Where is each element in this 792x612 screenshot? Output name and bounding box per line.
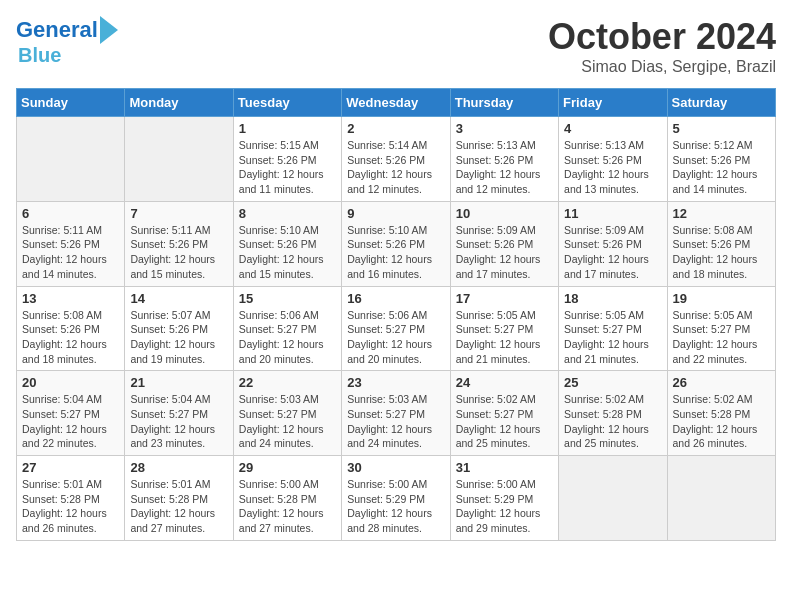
day-number: 6 — [22, 206, 119, 221]
day-number: 5 — [673, 121, 770, 136]
weekday-header-sunday: Sunday — [17, 89, 125, 117]
day-info: Sunrise: 5:07 AMSunset: 5:26 PMDaylight:… — [130, 308, 227, 367]
day-info: Sunrise: 5:08 AMSunset: 5:26 PMDaylight:… — [673, 223, 770, 282]
weekday-header-monday: Monday — [125, 89, 233, 117]
day-number: 7 — [130, 206, 227, 221]
calendar-cell: 21Sunrise: 5:04 AMSunset: 5:27 PMDayligh… — [125, 371, 233, 456]
title-block: October 2024 Simao Dias, Sergipe, Brazil — [548, 16, 776, 76]
logo: General Blue — [16, 16, 118, 66]
calendar-header-row: SundayMondayTuesdayWednesdayThursdayFrid… — [17, 89, 776, 117]
page-header: General Blue October 2024 Simao Dias, Se… — [16, 16, 776, 76]
day-number: 23 — [347, 375, 444, 390]
day-number: 1 — [239, 121, 336, 136]
logo-text-blue: Blue — [18, 44, 61, 66]
day-number: 31 — [456, 460, 553, 475]
day-number: 9 — [347, 206, 444, 221]
calendar-cell: 24Sunrise: 5:02 AMSunset: 5:27 PMDayligh… — [450, 371, 558, 456]
calendar-cell: 5Sunrise: 5:12 AMSunset: 5:26 PMDaylight… — [667, 117, 775, 202]
calendar-cell: 28Sunrise: 5:01 AMSunset: 5:28 PMDayligh… — [125, 456, 233, 541]
calendar-cell: 14Sunrise: 5:07 AMSunset: 5:26 PMDayligh… — [125, 286, 233, 371]
page-title: October 2024 — [548, 16, 776, 58]
calendar-week-row: 27Sunrise: 5:01 AMSunset: 5:28 PMDayligh… — [17, 456, 776, 541]
calendar-cell: 22Sunrise: 5:03 AMSunset: 5:27 PMDayligh… — [233, 371, 341, 456]
day-info: Sunrise: 5:09 AMSunset: 5:26 PMDaylight:… — [456, 223, 553, 282]
day-number: 26 — [673, 375, 770, 390]
day-info: Sunrise: 5:11 AMSunset: 5:26 PMDaylight:… — [22, 223, 119, 282]
calendar-cell: 4Sunrise: 5:13 AMSunset: 5:26 PMDaylight… — [559, 117, 667, 202]
calendar-cell — [125, 117, 233, 202]
calendar-cell: 1Sunrise: 5:15 AMSunset: 5:26 PMDaylight… — [233, 117, 341, 202]
calendar-cell: 16Sunrise: 5:06 AMSunset: 5:27 PMDayligh… — [342, 286, 450, 371]
day-number: 8 — [239, 206, 336, 221]
day-number: 27 — [22, 460, 119, 475]
calendar-cell: 9Sunrise: 5:10 AMSunset: 5:26 PMDaylight… — [342, 201, 450, 286]
weekday-header-tuesday: Tuesday — [233, 89, 341, 117]
day-info: Sunrise: 5:05 AMSunset: 5:27 PMDaylight:… — [564, 308, 661, 367]
calendar-table: SundayMondayTuesdayWednesdayThursdayFrid… — [16, 88, 776, 541]
day-number: 25 — [564, 375, 661, 390]
calendar-cell — [559, 456, 667, 541]
day-number: 10 — [456, 206, 553, 221]
calendar-week-row: 13Sunrise: 5:08 AMSunset: 5:26 PMDayligh… — [17, 286, 776, 371]
weekday-header-wednesday: Wednesday — [342, 89, 450, 117]
day-number: 15 — [239, 291, 336, 306]
day-number: 3 — [456, 121, 553, 136]
day-number: 18 — [564, 291, 661, 306]
calendar-cell: 27Sunrise: 5:01 AMSunset: 5:28 PMDayligh… — [17, 456, 125, 541]
calendar-cell: 10Sunrise: 5:09 AMSunset: 5:26 PMDayligh… — [450, 201, 558, 286]
calendar-cell: 18Sunrise: 5:05 AMSunset: 5:27 PMDayligh… — [559, 286, 667, 371]
calendar-cell: 7Sunrise: 5:11 AMSunset: 5:26 PMDaylight… — [125, 201, 233, 286]
day-number: 28 — [130, 460, 227, 475]
logo-arrow-icon — [100, 16, 118, 44]
day-info: Sunrise: 5:00 AMSunset: 5:29 PMDaylight:… — [456, 477, 553, 536]
day-number: 2 — [347, 121, 444, 136]
calendar-cell: 2Sunrise: 5:14 AMSunset: 5:26 PMDaylight… — [342, 117, 450, 202]
calendar-cell: 29Sunrise: 5:00 AMSunset: 5:28 PMDayligh… — [233, 456, 341, 541]
day-info: Sunrise: 5:13 AMSunset: 5:26 PMDaylight:… — [564, 138, 661, 197]
calendar-cell: 13Sunrise: 5:08 AMSunset: 5:26 PMDayligh… — [17, 286, 125, 371]
calendar-cell: 26Sunrise: 5:02 AMSunset: 5:28 PMDayligh… — [667, 371, 775, 456]
weekday-header-thursday: Thursday — [450, 89, 558, 117]
calendar-cell: 25Sunrise: 5:02 AMSunset: 5:28 PMDayligh… — [559, 371, 667, 456]
day-number: 29 — [239, 460, 336, 475]
day-info: Sunrise: 5:15 AMSunset: 5:26 PMDaylight:… — [239, 138, 336, 197]
calendar-cell — [17, 117, 125, 202]
day-number: 14 — [130, 291, 227, 306]
day-info: Sunrise: 5:13 AMSunset: 5:26 PMDaylight:… — [456, 138, 553, 197]
day-info: Sunrise: 5:00 AMSunset: 5:29 PMDaylight:… — [347, 477, 444, 536]
day-info: Sunrise: 5:11 AMSunset: 5:26 PMDaylight:… — [130, 223, 227, 282]
calendar-cell: 30Sunrise: 5:00 AMSunset: 5:29 PMDayligh… — [342, 456, 450, 541]
day-number: 12 — [673, 206, 770, 221]
day-info: Sunrise: 5:04 AMSunset: 5:27 PMDaylight:… — [22, 392, 119, 451]
calendar-cell — [667, 456, 775, 541]
day-number: 30 — [347, 460, 444, 475]
calendar-week-row: 6Sunrise: 5:11 AMSunset: 5:26 PMDaylight… — [17, 201, 776, 286]
day-info: Sunrise: 5:04 AMSunset: 5:27 PMDaylight:… — [130, 392, 227, 451]
calendar-cell: 11Sunrise: 5:09 AMSunset: 5:26 PMDayligh… — [559, 201, 667, 286]
page-subtitle: Simao Dias, Sergipe, Brazil — [548, 58, 776, 76]
day-info: Sunrise: 5:05 AMSunset: 5:27 PMDaylight:… — [456, 308, 553, 367]
calendar-cell: 8Sunrise: 5:10 AMSunset: 5:26 PMDaylight… — [233, 201, 341, 286]
day-info: Sunrise: 5:01 AMSunset: 5:28 PMDaylight:… — [130, 477, 227, 536]
day-info: Sunrise: 5:09 AMSunset: 5:26 PMDaylight:… — [564, 223, 661, 282]
day-info: Sunrise: 5:03 AMSunset: 5:27 PMDaylight:… — [239, 392, 336, 451]
day-info: Sunrise: 5:03 AMSunset: 5:27 PMDaylight:… — [347, 392, 444, 451]
day-number: 4 — [564, 121, 661, 136]
day-info: Sunrise: 5:01 AMSunset: 5:28 PMDaylight:… — [22, 477, 119, 536]
day-number: 21 — [130, 375, 227, 390]
day-info: Sunrise: 5:14 AMSunset: 5:26 PMDaylight:… — [347, 138, 444, 197]
logo-text-general: General — [16, 18, 98, 42]
calendar-cell: 17Sunrise: 5:05 AMSunset: 5:27 PMDayligh… — [450, 286, 558, 371]
day-info: Sunrise: 5:00 AMSunset: 5:28 PMDaylight:… — [239, 477, 336, 536]
day-number: 17 — [456, 291, 553, 306]
day-info: Sunrise: 5:02 AMSunset: 5:28 PMDaylight:… — [673, 392, 770, 451]
day-info: Sunrise: 5:10 AMSunset: 5:26 PMDaylight:… — [347, 223, 444, 282]
weekday-header-friday: Friday — [559, 89, 667, 117]
day-number: 16 — [347, 291, 444, 306]
calendar-week-row: 1Sunrise: 5:15 AMSunset: 5:26 PMDaylight… — [17, 117, 776, 202]
day-info: Sunrise: 5:02 AMSunset: 5:27 PMDaylight:… — [456, 392, 553, 451]
calendar-cell: 19Sunrise: 5:05 AMSunset: 5:27 PMDayligh… — [667, 286, 775, 371]
day-number: 11 — [564, 206, 661, 221]
day-info: Sunrise: 5:08 AMSunset: 5:26 PMDaylight:… — [22, 308, 119, 367]
day-number: 20 — [22, 375, 119, 390]
